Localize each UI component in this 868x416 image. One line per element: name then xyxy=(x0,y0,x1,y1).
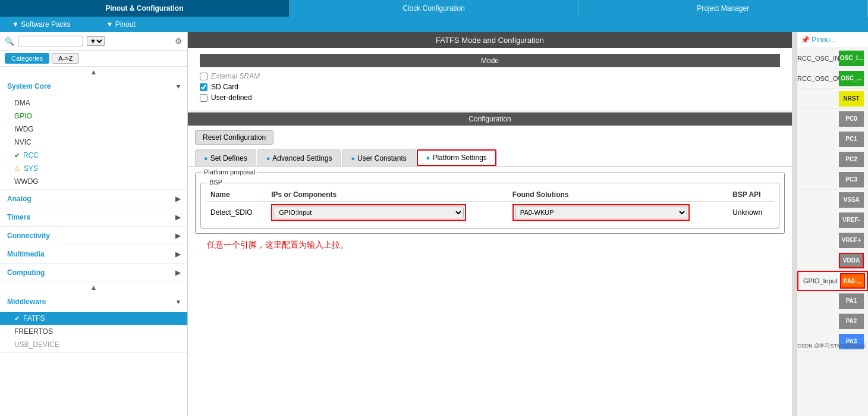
pin-row-pc2: PC2 xyxy=(797,149,868,170)
platform-proposal-label: Platform proposal xyxy=(202,168,257,176)
pinout-btn[interactable]: ▼ Pinout xyxy=(106,20,136,29)
chevron-right-icon: ▶ xyxy=(175,195,180,203)
bsp-section: BSP Name IPs or Components Found Solutio… xyxy=(200,183,779,229)
sidebar-search-bar: 🔍 ▼ ⚙ xyxy=(0,32,187,51)
tab-set-defines[interactable]: ● Set Defines xyxy=(195,149,256,166)
user-defined-checkbox[interactable] xyxy=(200,94,207,102)
mode-item-external-sram: External SRAM xyxy=(200,72,780,80)
section-header-system-core[interactable]: System Core ▾ xyxy=(0,77,187,95)
section-header-analog[interactable]: Analog ▶ xyxy=(0,190,187,208)
tab-icon-set-defines: ● xyxy=(204,155,208,162)
pin-box-pc2[interactable]: PC2 xyxy=(839,152,864,167)
col-ips: IPs or Components xyxy=(266,188,508,202)
sidebar-item-nvic[interactable]: NVIC xyxy=(0,136,187,149)
pin-row-pa1: PA1 xyxy=(797,291,868,311)
pin-box-vdda[interactable]: VDDA xyxy=(839,253,864,268)
sidebar-item-dma[interactable]: DMA xyxy=(0,96,187,110)
mode-section: Mode External SRAM SD Card User-defined xyxy=(188,48,792,110)
sidebar-item-gpio[interactable]: GPIO xyxy=(0,110,187,123)
external-sram-checkbox[interactable] xyxy=(200,73,207,80)
row-solution-cell: PA0-WKUP xyxy=(508,202,728,224)
pin-box-osc-out[interactable]: OSC_... xyxy=(839,71,864,86)
solution-select[interactable]: PA0-WKUP xyxy=(515,207,687,218)
pin-row-vref-minus: VREF- xyxy=(797,210,868,230)
sd-card-checkbox[interactable] xyxy=(200,83,207,91)
pin-box-pa0[interactable]: PA0-... xyxy=(840,273,865,289)
pin-box-vssa[interactable]: VSSA xyxy=(839,192,864,208)
section-header-middleware[interactable]: Middleware ▾ xyxy=(0,293,187,311)
section-system-core: ▲ System Core ▾ DMA GPIO IWDG xyxy=(0,67,187,190)
chevron-right-icon-computing: ▶ xyxy=(175,269,180,277)
chevron-right-icon-timers: ▶ xyxy=(175,214,180,221)
pin-row-pa2: PA2 xyxy=(797,311,868,331)
pin-box-nrst[interactable]: NRST xyxy=(839,91,864,107)
top-bar-pinout[interactable]: Pinout & Configuration xyxy=(0,0,290,17)
tab-platform-settings[interactable]: ● Platform Settings xyxy=(417,149,496,166)
tab-icon-advanced-settings: ● xyxy=(266,155,271,162)
pin-box-pa2[interactable]: PA2 xyxy=(839,314,864,329)
config-section: Configuration Reset Configuration ● Set … xyxy=(188,112,792,416)
sidebar-content: ▲ System Core ▾ DMA GPIO IWDG xyxy=(0,67,187,416)
config-title: Configuration xyxy=(188,112,792,126)
pin-row-vssa: VSSA xyxy=(797,190,868,210)
pin-row-osc-out: RCC_OSC_OUT OSC_... xyxy=(797,68,868,89)
pin-box-pc0[interactable]: PC0 xyxy=(839,111,864,127)
system-core-items: DMA GPIO IWDG NVIC ✔ RCC xyxy=(0,95,187,189)
section-header-computing[interactable]: Computing ▶ xyxy=(0,264,187,281)
section-multimedia: Multimedia ▶ xyxy=(0,245,187,264)
right-panel: FATFS Mode and Configuration Mode Extern… xyxy=(188,32,792,416)
section-header-multimedia[interactable]: Multimedia ▶ xyxy=(0,245,187,263)
gear-icon[interactable]: ⚙ xyxy=(175,36,183,46)
tab-icon-platform-settings: ● xyxy=(426,154,430,161)
section-header-connectivity[interactable]: Connectivity ▶ xyxy=(0,227,187,245)
tab-az[interactable]: A->Z xyxy=(52,53,79,64)
reset-config-button[interactable]: Reset Configuration xyxy=(195,130,273,145)
sidebar-tabs: Categories A->Z xyxy=(0,51,187,67)
row-name-cell: Detect_SDIO xyxy=(206,202,266,224)
row-api-cell: Unknown xyxy=(728,202,774,224)
search-dropdown[interactable]: ▼ xyxy=(87,36,105,46)
pin-row-osc-in: RCC_OSC_IN OSC_I... xyxy=(797,48,868,68)
pin-box-pa1[interactable]: PA1 xyxy=(839,293,864,309)
scroll-up-middleware-btn[interactable]: ▲ xyxy=(0,282,187,293)
section-analog: Analog ▶ xyxy=(0,190,187,208)
pin-box-pc1[interactable]: PC1 xyxy=(839,132,864,147)
bsp-table: Name IPs or Components Found Solutions B… xyxy=(206,188,774,223)
component-select[interactable]: GPIO:Input xyxy=(273,207,464,218)
chevron-right-icon-connectivity: ▶ xyxy=(175,232,180,240)
sidebar-item-rcc[interactable]: ✔ RCC xyxy=(0,149,187,162)
tab-user-constants[interactable]: ● User Constants xyxy=(342,149,415,166)
scrollbar-divider xyxy=(792,32,797,416)
sidebar-item-fatfs[interactable]: ✔ FATFS xyxy=(0,312,187,325)
middleware-items: ✔ FATFS FREERTOS USB_DEVICE xyxy=(0,311,187,352)
pin-panel: 📌 Pinou... RCC_OSC_IN OSC_I... RCC_OSC_O… xyxy=(797,32,868,416)
pin-box-pc3[interactable]: PC3 xyxy=(839,172,864,187)
top-bar-clock[interactable]: Clock Configuration xyxy=(290,0,579,17)
chevron-down-icon-middleware: ▾ xyxy=(177,298,180,306)
top-bar-project[interactable]: Project Manager xyxy=(578,0,868,17)
pin-box-vref-plus[interactable]: VREF+ xyxy=(839,233,864,248)
csdn-watermark: CSDN @学习STM32的haozi xyxy=(797,342,866,350)
sidebar-item-iwdg[interactable]: IWDG xyxy=(0,123,187,136)
sidebar-item-freertos[interactable]: FREERTOS xyxy=(0,325,187,338)
scroll-up-btn[interactable]: ▲ xyxy=(0,67,187,77)
section-header-timers[interactable]: Timers ▶ xyxy=(0,208,187,226)
sidebar-item-wwdg[interactable]: WWDG xyxy=(0,175,187,188)
pin-box-vref-minus[interactable]: VREF- xyxy=(839,212,864,228)
pin-panel-header[interactable]: 📌 Pinou... xyxy=(797,32,868,48)
pin-label-gpio-input: GPIO_Input xyxy=(798,277,840,284)
section-computing: Computing ▶ xyxy=(0,264,187,282)
section-middleware: ▲ Middleware ▾ ✔ FATFS FREERTOS USB_DEVI… xyxy=(0,282,187,353)
software-packs-btn[interactable]: ▼ Software Packs xyxy=(12,20,71,29)
tab-categories[interactable]: Categories xyxy=(5,53,49,64)
sub-bar: ▼ Software Packs ▼ Pinout xyxy=(0,17,868,32)
search-input[interactable] xyxy=(18,36,83,46)
col-solutions: Found Solutions xyxy=(508,188,728,202)
check-icon-rcc: ✔ xyxy=(14,152,20,159)
pin-row-pc1: PC1 xyxy=(797,129,868,149)
main-layout: 🔍 ▼ ⚙ Categories A->Z ▲ System Core ▾ xyxy=(0,32,868,416)
tab-advanced-settings[interactable]: ● Advanced Settings xyxy=(257,149,341,166)
sidebar-item-sys[interactable]: ⚠ SYS xyxy=(0,162,187,175)
pin-box-osc-i[interactable]: OSC_I... xyxy=(839,51,864,66)
sidebar-item-usb-device[interactable]: USB_DEVICE xyxy=(0,338,187,351)
